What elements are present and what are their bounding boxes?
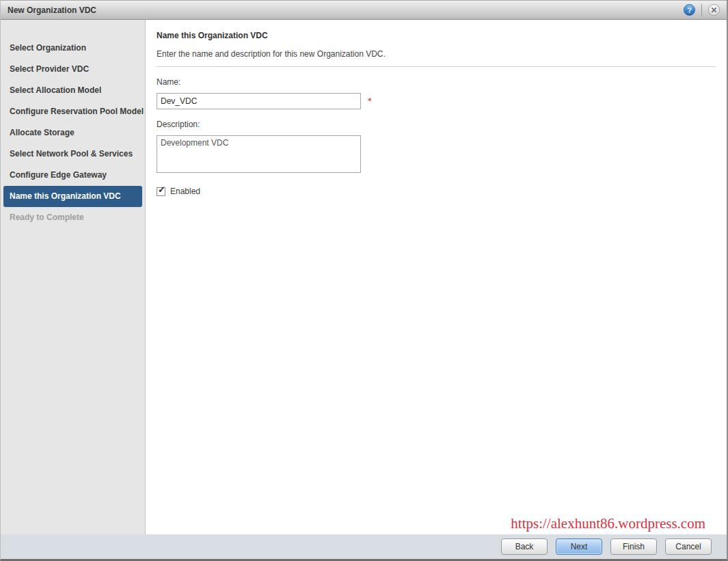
watermark-url: https://alexhunt86.wordpress.com [511, 515, 705, 532]
page-title: Name this Organization VDC [157, 31, 716, 40]
checkmark-icon: ✓ [158, 184, 165, 195]
cancel-button[interactable]: Cancel [665, 538, 712, 555]
window-title: New Organization VDC [8, 5, 684, 15]
step-name-this-organization-vdc[interactable]: Name this Organization VDC [3, 186, 142, 207]
name-input[interactable] [157, 93, 361, 109]
header-divider [157, 66, 716, 67]
enabled-label: Enabled [170, 187, 200, 196]
step-select-provider-vdc[interactable]: Select Provider VDC [3, 59, 142, 80]
step-ready-to-complete: Ready to Complete [3, 207, 142, 228]
title-bar: New Organization VDC ? ✕ [1, 0, 727, 20]
enabled-checkbox-row[interactable]: ✓ Enabled [157, 187, 716, 196]
page-subtitle: Enter the name and description for this … [157, 49, 716, 59]
step-allocate-storage[interactable]: Allocate Storage [3, 122, 142, 143]
close-icon[interactable]: ✕ [708, 4, 720, 16]
next-button[interactable]: Next [556, 538, 602, 555]
name-label: Name: [157, 77, 716, 87]
enabled-checkbox[interactable]: ✓ [157, 187, 165, 196]
help-icon[interactable]: ? [684, 4, 695, 16]
new-org-vdc-dialog: New Organization VDC ? ✕ Select Organiza… [0, 0, 728, 561]
footer-button-bar: Back Next Finish Cancel [1, 534, 727, 559]
finish-button[interactable]: Finish [610, 538, 657, 555]
dialog-body: Select Organization Select Provider VDC … [1, 20, 727, 534]
description-textarea[interactable]: Development VDC [157, 135, 361, 173]
wizard-page-content: Name this Organization VDC Enter the nam… [146, 20, 727, 534]
required-asterisk: * [368, 98, 372, 105]
back-button[interactable]: Back [501, 538, 548, 555]
titlebar-divider [701, 4, 702, 16]
step-configure-edge-gateway[interactable]: Configure Edge Gateway [3, 165, 142, 186]
step-configure-reservation-pool-model[interactable]: Configure Reservation Pool Model [3, 101, 142, 122]
wizard-steps-sidebar: Select Organization Select Provider VDC … [1, 20, 146, 534]
step-select-organization[interactable]: Select Organization [3, 38, 142, 59]
step-select-allocation-model[interactable]: Select Allocation Model [3, 80, 142, 101]
name-field-row: * [157, 93, 716, 109]
description-label: Description: [157, 120, 716, 129]
step-select-network-pool-services[interactable]: Select Network Pool & Services [3, 143, 142, 165]
